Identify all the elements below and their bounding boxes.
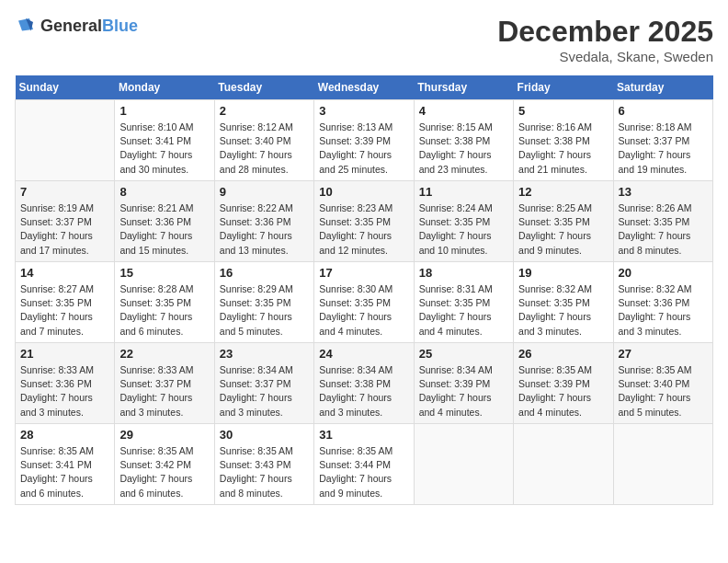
calendar-cell: 5Sunrise: 8:16 AM Sunset: 3:38 PM Daylig… (514, 100, 613, 181)
day-info: Sunrise: 8:22 AM Sunset: 3:36 PM Dayligh… (220, 201, 309, 258)
calendar-cell: 8Sunrise: 8:21 AM Sunset: 3:36 PM Daylig… (115, 181, 214, 262)
day-number: 25 (419, 347, 508, 361)
title-section: December 2025 Svedala, Skane, Sweden (497, 15, 713, 64)
day-number: 15 (119, 266, 209, 280)
calendar-cell: 10Sunrise: 8:23 AM Sunset: 3:35 PM Dayli… (314, 181, 414, 262)
day-info: Sunrise: 8:35 AM Sunset: 3:43 PM Dayligh… (220, 444, 309, 500)
day-info: Sunrise: 8:32 AM Sunset: 3:35 PM Dayligh… (518, 282, 608, 339)
day-number: 5 (518, 104, 608, 118)
calendar-cell: 18Sunrise: 8:31 AM Sunset: 3:35 PM Dayli… (414, 262, 513, 343)
month-title: December 2025 (497, 15, 713, 49)
day-header-thursday: Thursday (414, 75, 513, 100)
calendar-cell: 26Sunrise: 8:35 AM Sunset: 3:39 PM Dayli… (514, 343, 613, 424)
calendar-cell: 21Sunrise: 8:33 AM Sunset: 3:36 PM Dayli… (16, 343, 115, 424)
day-info: Sunrise: 8:23 AM Sunset: 3:35 PM Dayligh… (319, 201, 408, 258)
day-number: 23 (220, 347, 309, 361)
day-number: 20 (619, 266, 708, 280)
calendar-table: SundayMondayTuesdayWednesdayThursdayFrid… (15, 75, 713, 505)
calendar-cell: 15Sunrise: 8:28 AM Sunset: 3:35 PM Dayli… (115, 262, 214, 343)
day-info: Sunrise: 8:35 AM Sunset: 3:40 PM Dayligh… (619, 363, 708, 419)
day-info: Sunrise: 8:27 AM Sunset: 3:35 PM Dayligh… (20, 282, 109, 339)
calendar-cell (414, 424, 513, 505)
calendar-cell: 4Sunrise: 8:15 AM Sunset: 3:38 PM Daylig… (414, 100, 513, 181)
day-number: 6 (619, 104, 708, 118)
day-number: 10 (319, 185, 408, 199)
day-info: Sunrise: 8:34 AM Sunset: 3:37 PM Dayligh… (220, 363, 309, 419)
calendar-cell: 25Sunrise: 8:34 AM Sunset: 3:39 PM Dayli… (414, 343, 513, 424)
calendar-cell: 12Sunrise: 8:25 AM Sunset: 3:35 PM Dayli… (514, 181, 613, 262)
day-info: Sunrise: 8:30 AM Sunset: 3:35 PM Dayligh… (319, 282, 408, 339)
logo: GeneralBlue (15, 15, 138, 37)
day-number: 12 (518, 185, 608, 199)
day-header-friday: Friday (514, 75, 613, 100)
calendar-cell: 9Sunrise: 8:22 AM Sunset: 3:36 PM Daylig… (214, 181, 313, 262)
day-info: Sunrise: 8:21 AM Sunset: 3:36 PM Dayligh… (119, 201, 209, 258)
day-number: 30 (220, 428, 309, 442)
calendar-cell: 23Sunrise: 8:34 AM Sunset: 3:37 PM Dayli… (214, 343, 313, 424)
day-info: Sunrise: 8:19 AM Sunset: 3:37 PM Dayligh… (20, 201, 109, 258)
day-header-monday: Monday (115, 75, 214, 100)
logo-icon (15, 15, 37, 37)
day-info: Sunrise: 8:13 AM Sunset: 3:39 PM Dayligh… (319, 121, 408, 177)
day-number: 13 (619, 185, 708, 199)
day-number: 9 (220, 185, 309, 199)
day-info: Sunrise: 8:34 AM Sunset: 3:39 PM Dayligh… (419, 363, 508, 419)
day-info: Sunrise: 8:24 AM Sunset: 3:35 PM Dayligh… (419, 201, 508, 258)
day-number: 2 (220, 104, 309, 118)
location: Svedala, Skane, Sweden (497, 49, 713, 64)
day-info: Sunrise: 8:16 AM Sunset: 3:38 PM Dayligh… (518, 121, 608, 177)
day-info: Sunrise: 8:35 AM Sunset: 3:39 PM Dayligh… (518, 363, 608, 419)
day-info: Sunrise: 8:32 AM Sunset: 3:36 PM Dayligh… (619, 282, 708, 339)
day-number: 3 (319, 104, 408, 118)
calendar-cell: 20Sunrise: 8:32 AM Sunset: 3:36 PM Dayli… (613, 262, 712, 343)
day-info: Sunrise: 8:12 AM Sunset: 3:40 PM Dayligh… (220, 121, 309, 177)
calendar-cell (613, 424, 712, 505)
day-info: Sunrise: 8:10 AM Sunset: 3:41 PM Dayligh… (119, 121, 209, 177)
page-header: GeneralBlue December 2025 Svedala, Skane… (15, 15, 713, 64)
calendar-cell: 24Sunrise: 8:34 AM Sunset: 3:38 PM Dayli… (314, 343, 414, 424)
day-number: 17 (319, 266, 408, 280)
day-info: Sunrise: 8:35 AM Sunset: 3:41 PM Dayligh… (20, 444, 109, 500)
calendar-cell: 3Sunrise: 8:13 AM Sunset: 3:39 PM Daylig… (314, 100, 414, 181)
day-number: 1 (119, 104, 209, 118)
day-header-sunday: Sunday (16, 75, 115, 100)
day-number: 4 (419, 104, 508, 118)
calendar-cell (16, 100, 115, 181)
day-number: 11 (419, 185, 508, 199)
calendar-cell: 16Sunrise: 8:29 AM Sunset: 3:35 PM Dayli… (214, 262, 313, 343)
calendar-cell: 29Sunrise: 8:35 AM Sunset: 3:42 PM Dayli… (115, 424, 214, 505)
day-info: Sunrise: 8:26 AM Sunset: 3:35 PM Dayligh… (619, 201, 708, 258)
day-info: Sunrise: 8:28 AM Sunset: 3:35 PM Dayligh… (119, 282, 209, 339)
calendar-cell: 13Sunrise: 8:26 AM Sunset: 3:35 PM Dayli… (613, 181, 712, 262)
day-info: Sunrise: 8:15 AM Sunset: 3:38 PM Dayligh… (419, 121, 508, 177)
calendar-cell: 2Sunrise: 8:12 AM Sunset: 3:40 PM Daylig… (214, 100, 313, 181)
day-info: Sunrise: 8:33 AM Sunset: 3:37 PM Dayligh… (119, 363, 209, 419)
logo-general: General (40, 17, 102, 35)
day-number: 18 (419, 266, 508, 280)
day-info: Sunrise: 8:18 AM Sunset: 3:37 PM Dayligh… (619, 121, 708, 177)
calendar-cell: 28Sunrise: 8:35 AM Sunset: 3:41 PM Dayli… (16, 424, 115, 505)
day-number: 26 (518, 347, 608, 361)
day-number: 21 (20, 347, 109, 361)
calendar-cell: 31Sunrise: 8:35 AM Sunset: 3:44 PM Dayli… (314, 424, 414, 505)
day-number: 7 (20, 185, 109, 199)
calendar-cell: 14Sunrise: 8:27 AM Sunset: 3:35 PM Dayli… (16, 262, 115, 343)
day-info: Sunrise: 8:33 AM Sunset: 3:36 PM Dayligh… (20, 363, 109, 419)
day-info: Sunrise: 8:25 AM Sunset: 3:35 PM Dayligh… (518, 201, 608, 258)
day-number: 24 (319, 347, 408, 361)
calendar-cell: 11Sunrise: 8:24 AM Sunset: 3:35 PM Dayli… (414, 181, 513, 262)
calendar-cell: 7Sunrise: 8:19 AM Sunset: 3:37 PM Daylig… (16, 181, 115, 262)
calendar-cell: 27Sunrise: 8:35 AM Sunset: 3:40 PM Dayli… (613, 343, 712, 424)
day-number: 22 (119, 347, 209, 361)
day-number: 31 (319, 428, 408, 442)
day-info: Sunrise: 8:29 AM Sunset: 3:35 PM Dayligh… (220, 282, 309, 339)
day-info: Sunrise: 8:34 AM Sunset: 3:38 PM Dayligh… (319, 363, 408, 419)
day-number: 28 (20, 428, 109, 442)
calendar-cell: 6Sunrise: 8:18 AM Sunset: 3:37 PM Daylig… (613, 100, 712, 181)
day-number: 14 (20, 266, 109, 280)
day-number: 8 (119, 185, 209, 199)
day-number: 16 (220, 266, 309, 280)
calendar-cell: 1Sunrise: 8:10 AM Sunset: 3:41 PM Daylig… (115, 100, 214, 181)
day-info: Sunrise: 8:35 AM Sunset: 3:42 PM Dayligh… (119, 444, 209, 500)
calendar-cell: 30Sunrise: 8:35 AM Sunset: 3:43 PM Dayli… (214, 424, 313, 505)
